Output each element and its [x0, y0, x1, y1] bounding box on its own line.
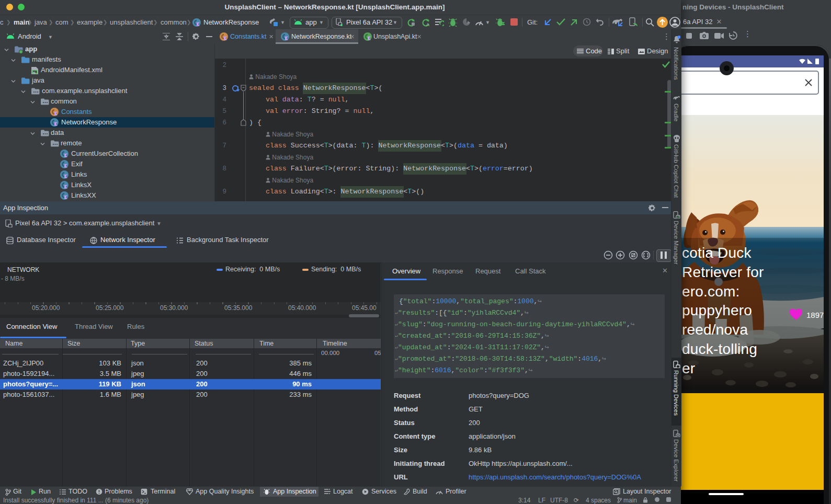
svg-text:A: A: [426, 22, 429, 27]
svg-text:MF: MF: [33, 72, 36, 74]
